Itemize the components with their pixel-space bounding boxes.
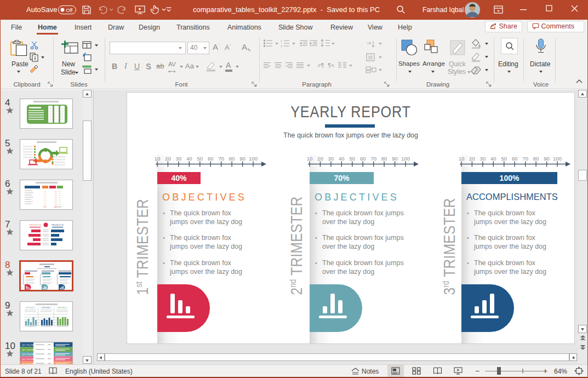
svg-text:20: 20 (317, 156, 323, 162)
svg-text:✓: ✓ (62, 107, 64, 110)
svg-text:90: 90 (392, 156, 398, 162)
svg-text:100: 100 (401, 156, 410, 162)
svg-text:80: 80 (533, 156, 539, 162)
svg-text:90: 90 (544, 156, 550, 162)
svg-text:✓: ✓ (50, 113, 52, 115)
svg-text:40: 40 (490, 156, 496, 162)
svg-text:45%: 45% (54, 206, 58, 208)
svg-text:✓: ✓ (50, 110, 52, 112)
svg-text:20: 20 (469, 156, 475, 162)
svg-text:30: 30 (176, 156, 182, 162)
svg-text:✓: ✓ (56, 116, 58, 118)
svg-text:70%: 70% (43, 206, 47, 208)
svg-text:✓: ✓ (50, 116, 52, 118)
svg-text:90: 90 (239, 156, 246, 162)
svg-text:✓: ✓ (56, 107, 58, 110)
svg-text:Off: Off (66, 8, 73, 13)
svg-text:↓A: ↓A (366, 41, 372, 45)
svg-text:70: 70 (522, 156, 528, 162)
svg-text:80: 80 (381, 156, 387, 162)
svg-text:✓: ✓ (62, 110, 64, 112)
svg-text:OPTION 1: OPTION 1 (26, 307, 35, 309)
svg-text:✓○: ✓○ (44, 203, 47, 205)
svg-text:PRODUCT B: PRODUCT B (52, 224, 64, 226)
svg-text:1: 1 (281, 39, 282, 43)
svg-text:30: 30 (328, 156, 334, 162)
svg-text:Q1 | Text Here: Q1 | Text Here (22, 343, 36, 346)
svg-text:✓: ✓ (62, 113, 64, 115)
svg-text:OPTION 3: OPTION 3 (58, 307, 67, 309)
svg-text:40: 40 (339, 156, 345, 162)
svg-text:70: 70 (218, 156, 224, 162)
svg-text:Q2 | Text Here: Q2 | Text Here (22, 348, 36, 351)
svg-text:✓: ✓ (56, 118, 58, 121)
svg-text:70: 70 (370, 156, 376, 162)
svg-text:100: 100 (249, 156, 258, 162)
svg-text:✓: ✓ (56, 113, 58, 115)
svg-text:50: 50 (350, 156, 356, 162)
svg-text:50: 50 (197, 156, 203, 162)
svg-text:3: 3 (281, 44, 282, 48)
svg-text:10: 10 (155, 156, 161, 162)
svg-text:60: 60 (360, 156, 366, 162)
svg-text:30: 30 (480, 156, 486, 162)
svg-text:80: 80 (229, 156, 235, 162)
svg-text:PRODUCT A: PRODUCT A (30, 224, 42, 226)
svg-text:✓: ✓ (50, 107, 52, 110)
svg-text:OPTION 2: OPTION 2 (42, 307, 51, 309)
svg-text:Q4 | Text Here: Q4 | Text Here (22, 358, 36, 360)
svg-text:10: 10 (459, 156, 465, 162)
svg-text:✓○: ✓○ (55, 203, 58, 205)
svg-text:100: 100 (553, 156, 562, 162)
svg-text:✓○: ✓○ (59, 203, 61, 205)
svg-text:✓: ✓ (62, 118, 64, 121)
svg-text:✓: ✓ (50, 118, 52, 121)
svg-text:60: 60 (208, 156, 214, 162)
svg-text:✓: ✓ (62, 116, 64, 118)
svg-text:40: 40 (186, 156, 192, 162)
svg-text:60: 60 (512, 156, 518, 162)
svg-text:90%: 90% (58, 206, 62, 208)
svg-text:50: 50 (501, 156, 507, 162)
svg-text:✓: ✓ (56, 110, 58, 112)
svg-text:10: 10 (307, 156, 313, 162)
svg-text:Q3 | Text Here: Q3 | Text Here (22, 353, 36, 356)
svg-text:20: 20 (165, 156, 171, 162)
